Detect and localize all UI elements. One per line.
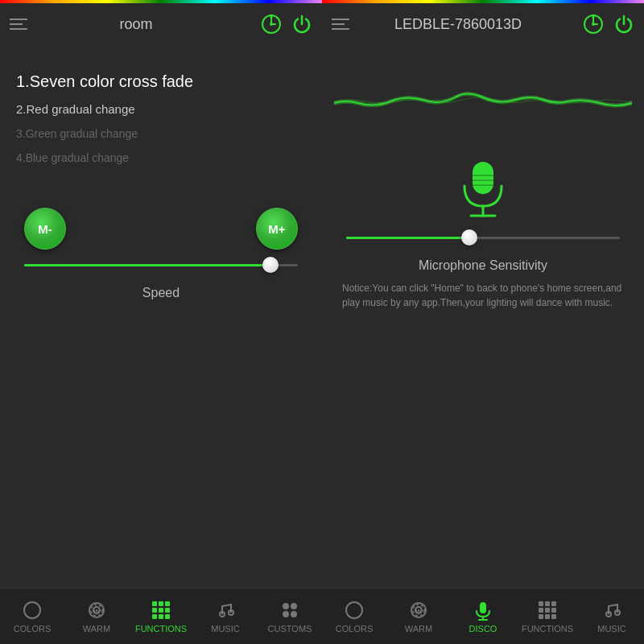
right-tab-warm[interactable]: W WARM: [386, 599, 451, 634]
left-tab-music[interactable]: MUSIC: [193, 599, 258, 634]
left-tab-functions[interactable]: FUNCTIONS: [129, 599, 193, 634]
right-warm-icon: W: [407, 599, 430, 621]
sensitivity-slider-fill: [346, 237, 469, 239]
speed-slider-container[interactable]: [8, 258, 314, 273]
right-tab-functions[interactable]: FUNCTIONS: [515, 599, 580, 634]
right-tab-disco[interactable]: DISCO: [451, 599, 515, 634]
function-item-4[interactable]: 4.Blue gradual change: [16, 148, 306, 167]
right-footer-tabs: COLORS W WARM: [322, 588, 644, 644]
functions-icon: [150, 599, 172, 621]
colors-icon: [21, 599, 43, 621]
function-item-3[interactable]: 3.Green gradual change: [16, 124, 306, 143]
svg-point-25: [346, 602, 362, 618]
function-item-1[interactable]: 1.Seven color cross fade: [16, 69, 306, 94]
right-power-icon[interactable]: [613, 14, 634, 35]
right-clock-icon[interactable]: [583, 14, 604, 35]
right-colors-icon: [343, 599, 365, 621]
notice-text: Notice:You can click "Home" to back to p…: [330, 273, 636, 318]
svg-text:W: W: [93, 608, 100, 615]
wave-container: [330, 61, 636, 142]
left-power-icon[interactable]: [291, 14, 312, 35]
right-tab-music-label: MUSIC: [597, 624, 625, 634]
right-functions-icon: [536, 599, 559, 621]
speed-slider-thumb[interactable]: [262, 257, 279, 273]
right-header-icons: [583, 14, 634, 35]
left-tab-customs[interactable]: CUSTOMS: [258, 599, 322, 634]
left-header-title: room: [19, 16, 253, 33]
right-tab-colors[interactable]: COLORS: [322, 599, 386, 634]
speed-label: Speed: [8, 286, 314, 300]
left-tab-warm-label: WARM: [83, 624, 110, 634]
speed-slider-fill: [24, 264, 270, 266]
microphone-icon: [455, 158, 511, 222]
left-header: room: [0, 3, 322, 45]
right-content: Microphone Sensitivity Notice:You can cl…: [322, 45, 644, 588]
right-tab-disco-label: DISCO: [469, 624, 497, 634]
left-tab-colors-label: COLORS: [14, 624, 51, 634]
left-content: 1.Seven color cross fade 2.Red gradual c…: [0, 45, 322, 588]
right-tab-warm-label: WARM: [405, 624, 432, 634]
speed-slider-track: [24, 264, 298, 266]
left-panel: room 1.Seven color cross fade 2.Red grad…: [0, 0, 322, 644]
sound-wave: [334, 69, 632, 134]
right-tab-music[interactable]: MUSIC: [580, 599, 644, 634]
left-tab-functions-label: FUNCTIONS: [135, 624, 187, 634]
left-tab-colors[interactable]: COLORS: [0, 599, 64, 634]
sensitivity-slider-container[interactable]: [330, 230, 636, 246]
svg-text:W: W: [415, 608, 422, 615]
svg-rect-30: [480, 602, 486, 613]
right-tab-functions-label: FUNCTIONS: [522, 624, 573, 634]
functions-list: 1.Seven color cross fade 2.Red gradual c…: [8, 53, 314, 184]
sensitivity-label: Microphone Sensitivity: [330, 258, 636, 273]
warm-icon: W: [85, 599, 108, 621]
right-tab-colors-label: COLORS: [336, 624, 373, 634]
left-footer-tabs: COLORS W WARM: [0, 588, 322, 644]
right-header: LEDBLE-7860013D: [322, 3, 644, 45]
right-panel: LEDBLE-7860013D: [322, 0, 644, 644]
plus-button[interactable]: M+: [256, 208, 298, 250]
svg-point-6: [24, 602, 40, 618]
right-header-title: LEDBLE-7860013D: [341, 16, 575, 33]
sensitivity-slider-track: [346, 237, 620, 239]
music-icon-left: [214, 599, 237, 621]
left-tab-music-label: MUSIC: [211, 624, 239, 634]
right-music-icon: [601, 599, 623, 621]
mic-container: [330, 158, 636, 222]
left-clock-icon[interactable]: [261, 14, 282, 35]
sensitivity-slider-thumb[interactable]: [461, 229, 477, 246]
right-disco-icon: [472, 599, 494, 621]
left-header-icons: [261, 14, 312, 35]
minus-button[interactable]: M-: [24, 208, 66, 250]
svg-rect-19: [473, 162, 493, 194]
left-tab-customs-label: CUSTOMS: [268, 624, 312, 634]
customs-icon: [279, 599, 301, 621]
buttons-row: M- M+: [8, 184, 314, 258]
left-tab-warm[interactable]: W WARM: [64, 599, 129, 634]
function-item-2[interactable]: 2.Red gradual change: [16, 99, 306, 119]
